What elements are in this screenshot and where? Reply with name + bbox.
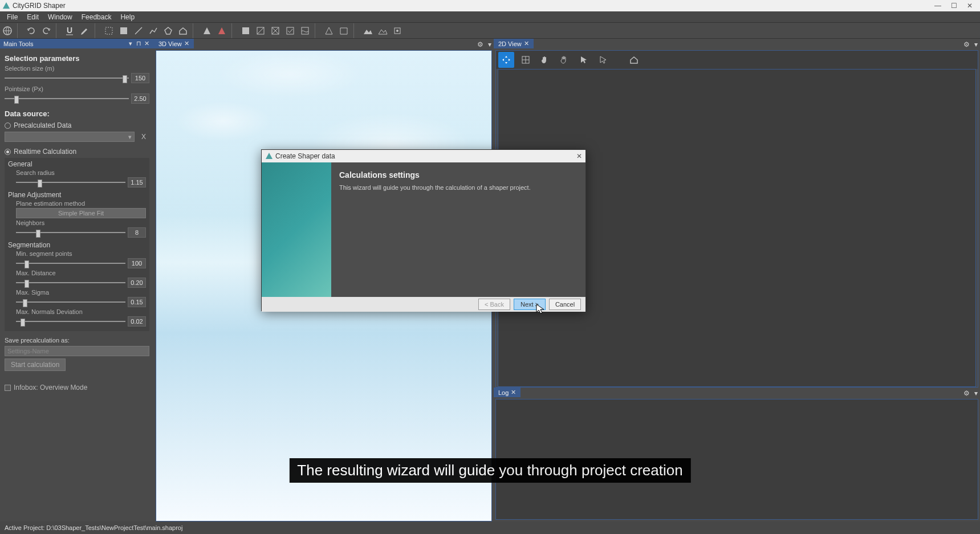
edit-pencil-icon[interactable]	[78, 23, 92, 38]
menu-file[interactable]: File	[2, 12, 22, 22]
precalc-combo[interactable]: ▾	[5, 132, 135, 142]
3d-view-close[interactable]: ✕	[184, 40, 189, 47]
line-icon[interactable]	[131, 23, 146, 38]
max-sigma-slider[interactable]	[16, 298, 125, 306]
2d-view-close[interactable]: ✕	[524, 40, 529, 47]
hand-tool-icon[interactable]	[537, 52, 553, 68]
box-check-icon[interactable]	[283, 23, 298, 38]
undo-icon[interactable]	[24, 23, 39, 38]
triangle-up-icon[interactable]	[200, 23, 214, 38]
main-tools-tab[interactable]: Main Tools ▾ ⊓ ✕	[0, 39, 154, 48]
menu-window[interactable]: Window	[43, 12, 77, 22]
log-gear-icon[interactable]: ⚙	[961, 389, 972, 397]
neighbors-value[interactable]: 8	[128, 227, 146, 238]
globe-icon[interactable]	[0, 23, 15, 38]
polygon-icon[interactable]	[161, 23, 176, 38]
max-sigma-label: Max. Sigma	[16, 289, 146, 296]
max-sigma-value[interactable]: 0.15	[128, 297, 146, 307]
realtime-radio[interactable]	[5, 149, 11, 155]
pointsize-slider[interactable]	[5, 95, 129, 103]
panel-menu-icon[interactable]: ▾	[127, 40, 135, 47]
plane-est-combo[interactable]: Simple Plane Fit	[16, 208, 146, 218]
precalc-radio-row[interactable]: Precalculated Data	[5, 121, 149, 129]
infobox-checkbox[interactable]	[5, 385, 11, 391]
search-radius-slider[interactable]	[16, 178, 125, 186]
selection-size-slider[interactable]	[5, 74, 129, 82]
3d-view-tab[interactable]: 3D View ✕	[154, 39, 194, 48]
dialog-close-icon[interactable]: ✕	[576, 152, 582, 160]
window-close-button[interactable]: ✕	[962, 0, 978, 11]
mesh-b-icon[interactable]	[336, 23, 351, 38]
grid-tool-icon[interactable]	[518, 52, 534, 68]
select-rect-icon[interactable]	[101, 23, 116, 38]
menu-edit[interactable]: Edit	[22, 12, 43, 22]
main-tools-body: Selection parameters Selection size (m) …	[0, 48, 154, 521]
save-precalc-field[interactable]: Settings-Name	[5, 346, 149, 356]
dialog-back-button[interactable]: < Back	[478, 299, 510, 310]
3d-view-tabbar: 3D View ✕ ⚙ ▾	[154, 39, 494, 48]
mesh-a-icon[interactable]	[322, 23, 336, 38]
diag-fill-icon[interactable]	[253, 23, 268, 38]
cursor-b-icon[interactable]	[595, 52, 611, 68]
home-icon[interactable]	[626, 52, 642, 68]
titlebar: CityGRID Shaper — ☐ ✕	[0, 0, 980, 11]
mountain-b-icon[interactable]	[375, 23, 390, 38]
selection-size-value[interactable]: 150	[131, 73, 149, 83]
realtime-settings: General Search radius 1.15 Plane Adjustm…	[5, 158, 149, 331]
max-normals-slider[interactable]	[16, 317, 125, 325]
grid-icon[interactable]	[238, 23, 253, 38]
dialog-header[interactable]: Create Shaper data ✕	[262, 150, 585, 162]
infobox-row[interactable]: Infobox: Overview Mode	[5, 384, 149, 392]
cursor-a-icon[interactable]	[576, 52, 592, 68]
target-icon[interactable]	[390, 23, 405, 38]
panel-close-icon[interactable]: ✕	[143, 40, 151, 47]
2d-view-menu-icon[interactable]: ▾	[972, 40, 980, 48]
min-segment-slider[interactable]	[16, 259, 125, 267]
menu-feedback[interactable]: Feedback	[77, 12, 116, 22]
triangle-warn-icon[interactable]	[214, 23, 229, 38]
svg-marker-19	[340, 28, 347, 34]
app-title: CityGRID Shaper	[13, 2, 66, 10]
max-normals-value[interactable]: 0.02	[128, 316, 146, 327]
menu-help[interactable]: Help	[116, 12, 139, 22]
precalc-radio[interactable]	[5, 123, 11, 129]
neighbors-slider[interactable]	[16, 229, 125, 237]
window-maximize-button[interactable]: ☐	[946, 0, 962, 11]
move-tool-icon[interactable]	[498, 52, 514, 68]
start-calculation-button[interactable]: Start calculation	[5, 358, 66, 371]
log-tab[interactable]: Log ✕	[494, 388, 521, 397]
window-minimize-button[interactable]: —	[930, 0, 946, 11]
video-caption: The resulting wizard will guide you thro…	[289, 458, 690, 483]
box-wave-icon[interactable]	[298, 23, 312, 38]
house-icon[interactable]	[176, 23, 190, 38]
app-logo-icon	[2, 2, 10, 10]
save-precalc-placeholder: Settings-Name	[7, 348, 49, 354]
max-distance-slider[interactable]	[16, 279, 125, 287]
search-radius-value[interactable]: 1.15	[128, 177, 146, 187]
box-x-icon[interactable]	[268, 23, 283, 38]
select-fill-icon[interactable]	[116, 23, 131, 38]
dialog-cancel-button[interactable]: Cancel	[549, 299, 581, 310]
log-menu-icon[interactable]: ▾	[972, 389, 980, 397]
2d-toolbar	[496, 51, 978, 69]
dialog-heading: Calculations settings	[339, 170, 578, 180]
redo-icon[interactable]	[39, 23, 54, 38]
panel-pin-icon[interactable]: ⊓	[135, 40, 143, 47]
min-segment-value[interactable]: 100	[128, 258, 146, 268]
precalc-clear[interactable]: X	[138, 133, 149, 141]
max-distance-value[interactable]: 0.20	[128, 278, 146, 288]
underline-icon[interactable]: U	[63, 23, 78, 38]
log-close[interactable]: ✕	[511, 389, 516, 396]
3d-view-menu-icon[interactable]: ▾	[486, 40, 494, 48]
hand-grab-icon[interactable]	[556, 52, 572, 68]
3d-view-gear-icon[interactable]: ⚙	[475, 40, 486, 48]
max-normals-label: Max. Normals Deviation	[16, 308, 146, 315]
mountain-a-icon[interactable]	[360, 23, 375, 38]
max-distance-label: Max. Distance	[16, 270, 146, 276]
pointsize-value[interactable]: 2.50	[131, 93, 149, 104]
svg-point-21	[396, 30, 398, 32]
realtime-radio-row[interactable]: Realtime Calculation	[5, 148, 149, 156]
2d-view-tab[interactable]: 2D View ✕	[494, 39, 534, 48]
polyline-icon[interactable]	[146, 23, 161, 38]
2d-view-gear-icon[interactable]: ⚙	[961, 40, 972, 48]
